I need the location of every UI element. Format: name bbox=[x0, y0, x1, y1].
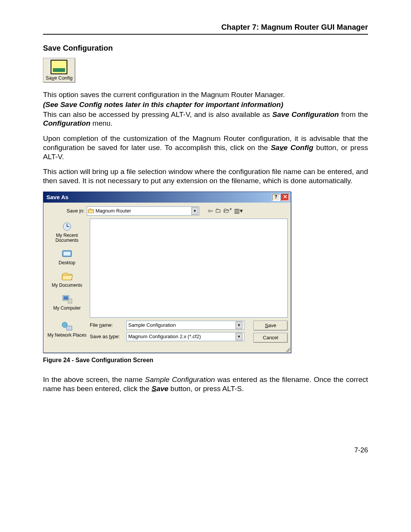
file-name-value: Sample Configuration bbox=[128, 322, 176, 328]
views-menu-icon[interactable]: ▥▾ bbox=[234, 207, 243, 214]
header-divider bbox=[43, 34, 368, 35]
paragraph-intro: This option saves the current configurat… bbox=[43, 90, 368, 99]
file-list-area[interactable] bbox=[90, 219, 288, 318]
resize-grip[interactable] bbox=[43, 346, 291, 353]
svg-rect-5 bbox=[68, 299, 72, 303]
svg-rect-7 bbox=[67, 326, 72, 330]
places-recent[interactable]: My Recent Documents bbox=[46, 221, 88, 243]
save-as-type-field[interactable]: Magnum Configuration 2.x (*.cf2) ▼ bbox=[126, 332, 244, 341]
chevron-down-icon[interactable]: ▼ bbox=[191, 207, 198, 215]
save-config-icon bbox=[51, 60, 67, 74]
svg-rect-4 bbox=[64, 296, 68, 300]
paragraph-note: (See Save Config notes later in this cha… bbox=[43, 100, 368, 109]
save-in-value: Magnum Router bbox=[96, 208, 131, 214]
save-config-toolbar-button[interactable]: Save Config bbox=[43, 58, 75, 83]
up-one-level-icon[interactable]: 🗀 bbox=[215, 207, 221, 214]
places-mycomputer[interactable]: My Computer bbox=[53, 294, 81, 311]
paragraph-advice: Upon completion of the customization of … bbox=[43, 134, 368, 161]
new-folder-icon[interactable]: 🗁* bbox=[223, 207, 232, 214]
save-as-type-label: Save as type: bbox=[90, 334, 124, 339]
section-title: Save Configuration bbox=[43, 44, 368, 53]
save-config-label: Save Config bbox=[46, 75, 73, 81]
dialog-titlebar[interactable]: Save As ? ✕ bbox=[43, 192, 291, 203]
save-as-type-value: Magnum Configuration 2.x (*.cf2) bbox=[128, 334, 201, 339]
save-in-label: Save in: bbox=[46, 208, 84, 214]
file-name-label: File name: bbox=[90, 322, 124, 328]
paragraph-followup: In the above screen, the name Sample Con… bbox=[43, 375, 368, 393]
file-name-field[interactable]: Sample Configuration ▼ bbox=[126, 321, 244, 330]
chevron-down-icon[interactable]: ▼ bbox=[236, 333, 242, 340]
save-button[interactable]: Save bbox=[253, 321, 288, 331]
back-icon[interactable]: ⇦ bbox=[208, 207, 213, 214]
page-number: 7-26 bbox=[43, 446, 368, 454]
cancel-button[interactable]: Cancel bbox=[253, 333, 288, 343]
save-as-dialog: Save As ? ✕ Save in: Magnum Router ▼ bbox=[43, 192, 291, 353]
help-button[interactable]: ? bbox=[272, 193, 280, 201]
chapter-title: Chapter 7: Magnum Router GUI Manager bbox=[43, 23, 368, 32]
folder-open-icon bbox=[88, 208, 94, 214]
svg-rect-2 bbox=[64, 252, 70, 256]
paragraph-access: This can also be accessed by pressing AL… bbox=[43, 110, 368, 128]
places-mydocuments[interactable]: My Documents bbox=[52, 271, 82, 288]
paragraph-action: This action will bring up a file selecti… bbox=[43, 167, 368, 185]
figure-caption: Figure 24 - Save Configuration Screen bbox=[43, 357, 368, 364]
save-in-combo[interactable]: Magnum Router ▼ bbox=[87, 206, 199, 216]
close-button[interactable]: ✕ bbox=[281, 193, 289, 201]
places-desktop[interactable]: Desktop bbox=[59, 248, 75, 265]
places-bar: My Recent Documents Desktop My Documents… bbox=[46, 219, 88, 318]
chevron-down-icon[interactable]: ▼ bbox=[236, 321, 242, 329]
places-network[interactable]: My Network Places bbox=[48, 321, 87, 338]
dialog-title: Save As bbox=[46, 194, 68, 200]
